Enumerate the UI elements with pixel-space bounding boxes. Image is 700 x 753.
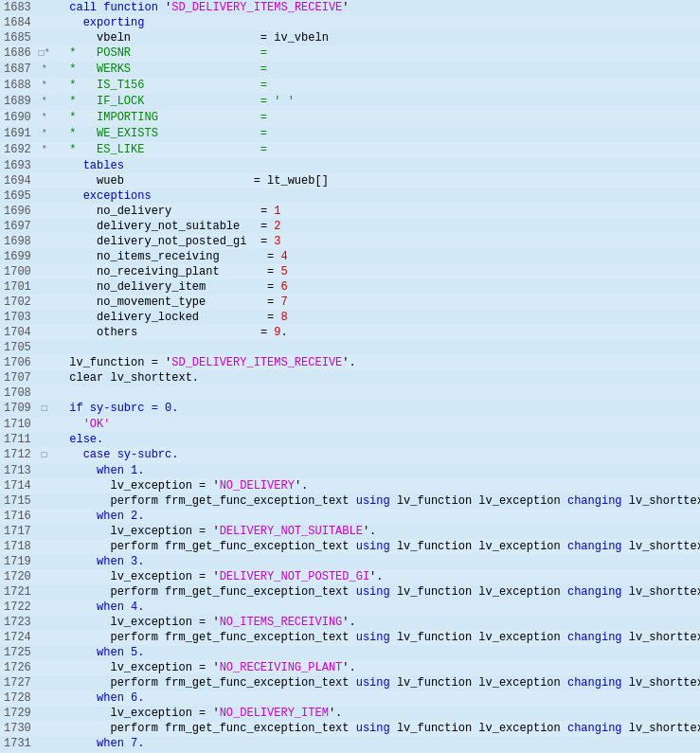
table-row: 1683 call function 'SD_DELIVERY_ITEMS_RE… — [0, 0, 700, 15]
line-gutter — [37, 736, 52, 751]
line-gutter — [37, 295, 52, 310]
line-gutter: * — [37, 126, 52, 142]
table-row: 1719 when 3. — [0, 554, 700, 569]
line-gutter — [37, 310, 52, 325]
line-number: 1730 — [0, 721, 37, 736]
table-row: 1717 lv_exception = 'DELIVERY_NOT_SUITAB… — [0, 524, 700, 539]
line-gutter — [37, 645, 52, 660]
line-gutter: □ — [37, 447, 52, 463]
table-row: 1695 exceptions — [0, 188, 700, 204]
table-row: 1729 lv_exception = 'NO_DELIVERY_ITEM'. — [0, 706, 700, 721]
line-number: 1693 — [0, 158, 37, 173]
line-content: delivery_not_suitable = 2 — [52, 219, 700, 234]
line-content: when 1. — [52, 463, 700, 478]
line-gutter — [37, 509, 52, 524]
line-number: 1731 — [0, 736, 37, 751]
line-content — [52, 385, 700, 401]
table-row: 1698 delivery_not_posted_gi = 3 — [0, 234, 700, 249]
line-content: exceptions — [52, 188, 700, 204]
line-content: perform frm_get_func_exception_text usin… — [52, 675, 700, 690]
table-row: 1712□ case sy-subrc. — [0, 447, 700, 463]
table-row: 1713 when 1. — [0, 463, 700, 478]
line-number: 1711 — [0, 432, 37, 447]
line-number: 1705 — [0, 340, 37, 355]
line-content: wueb = lt_wueb[] — [52, 173, 700, 188]
line-content: perform frm_get_func_exception_text usin… — [52, 584, 700, 600]
line-number: 1707 — [0, 370, 37, 385]
line-content: lv_exception = 'NO_DELIVERY_ITEM'. — [52, 706, 700, 721]
line-number: 1689 — [0, 94, 37, 110]
line-gutter — [37, 385, 52, 401]
line-gutter: * — [37, 142, 52, 158]
line-gutter: * — [37, 94, 52, 110]
line-content — [52, 340, 700, 355]
line-number: 1700 — [0, 264, 37, 279]
line-content: when 7. — [52, 736, 700, 751]
table-row: 1693 tables — [0, 158, 700, 173]
line-number: 1724 — [0, 630, 37, 645]
line-gutter — [37, 584, 52, 600]
line-gutter — [37, 463, 52, 478]
line-number: 1703 — [0, 310, 37, 325]
line-content: delivery_locked = 8 — [52, 310, 700, 325]
table-row: 1705 — [0, 340, 700, 355]
line-number: 1727 — [0, 675, 37, 690]
line-number: 1684 — [0, 15, 37, 30]
line-number: 1691 — [0, 126, 37, 142]
line-content: when 2. — [52, 509, 700, 524]
line-gutter — [37, 675, 52, 690]
line-number: 1686 — [0, 45, 37, 62]
line-number: 1725 — [0, 645, 37, 660]
table-row: 1684 exporting — [0, 15, 700, 30]
line-content: perform frm_get_func_exception_text usin… — [52, 630, 700, 645]
line-gutter — [37, 219, 52, 234]
line-gutter — [37, 600, 52, 615]
line-content: no_delivery_item = 6 — [52, 279, 700, 295]
table-row: 1687 * * WERKS = — [0, 62, 700, 78]
line-number: 1728 — [0, 690, 37, 706]
line-number: 1712 — [0, 447, 37, 463]
table-row: 1700 no_receiving_plant = 5 — [0, 264, 700, 279]
code-table: 1683 call function 'SD_DELIVERY_ITEMS_RE… — [0, 0, 700, 753]
line-number: 1722 — [0, 600, 37, 615]
table-row: 1704 others = 9. — [0, 325, 700, 340]
line-content: * WERKS = — [52, 62, 700, 78]
table-row: 1720 lv_exception = 'DELIVERY_NOT_POSTED… — [0, 569, 700, 584]
line-number: 1714 — [0, 478, 37, 493]
line-number: 1715 — [0, 493, 37, 509]
line-content: case sy-subrc. — [52, 447, 700, 463]
line-gutter — [37, 615, 52, 630]
line-gutter — [37, 569, 52, 584]
table-row: 1696 no_delivery = 1 — [0, 204, 700, 219]
line-number: 1702 — [0, 295, 37, 310]
line-number: 1695 — [0, 188, 37, 204]
line-gutter — [37, 173, 52, 188]
line-number: 1692 — [0, 142, 37, 158]
line-number: 1716 — [0, 509, 37, 524]
line-content: others = 9. — [52, 325, 700, 340]
line-content: when 4. — [52, 600, 700, 615]
line-gutter — [37, 417, 52, 432]
table-row: 1725 when 5. — [0, 645, 700, 660]
line-number: 1699 — [0, 249, 37, 264]
table-row: 1714 lv_exception = 'NO_DELIVERY'. — [0, 478, 700, 493]
line-number: 1710 — [0, 417, 37, 432]
table-row: 1707 clear lv_shorttext. — [0, 370, 700, 385]
line-content: when 6. — [52, 690, 700, 706]
line-content: exporting — [52, 15, 700, 30]
line-content: perform frm_get_func_exception_text usin… — [52, 493, 700, 509]
table-row: 1688 * * IS_T156 = — [0, 78, 700, 94]
line-gutter — [37, 660, 52, 675]
table-row: 1710 'OK' — [0, 417, 700, 432]
table-row: 1685 vbeln = iv_vbeln — [0, 30, 700, 45]
line-content: lv_exception = 'NO_RECEIVING_PLANT'. — [52, 660, 700, 675]
table-row: 1694 wueb = lt_wueb[] — [0, 173, 700, 188]
line-content: vbeln = iv_vbeln — [52, 30, 700, 45]
table-row: 1706 lv_function = 'SD_DELIVERY_ITEMS_RE… — [0, 355, 700, 370]
line-gutter — [37, 325, 52, 340]
line-gutter — [37, 721, 52, 736]
table-row: 1711 else. — [0, 432, 700, 447]
line-number: 1729 — [0, 706, 37, 721]
line-number: 1721 — [0, 584, 37, 600]
line-number: 1688 — [0, 78, 37, 94]
